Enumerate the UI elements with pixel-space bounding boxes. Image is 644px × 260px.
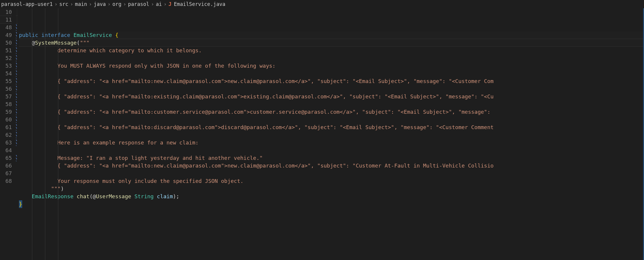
line-number: 58 bbox=[0, 100, 12, 108]
code-token: } bbox=[19, 200, 22, 208]
code-line[interactable] bbox=[19, 131, 644, 139]
code-token: ); bbox=[173, 193, 179, 199]
code-line[interactable]: { "address": "<a href="mailto:new.claim@… bbox=[19, 162, 644, 170]
line-number: 68 bbox=[0, 177, 12, 185]
code-line[interactable] bbox=[19, 147, 644, 154]
line-number: 63 bbox=[0, 139, 12, 147]
code-token: """ bbox=[80, 40, 90, 46]
line-number-gutter: 1011484950515253545556575859606162636465… bbox=[0, 8, 16, 260]
code-token: ) bbox=[61, 186, 64, 192]
line-number: 62 bbox=[0, 131, 12, 139]
code-line[interactable]: { "address": "<a href="mailto:discard@pa… bbox=[19, 124, 644, 131]
code-token: claim bbox=[157, 193, 173, 199]
line-number: 60 bbox=[0, 116, 12, 124]
line-number: 59 bbox=[0, 108, 12, 116]
code-line[interactable] bbox=[19, 116, 644, 124]
code-line[interactable] bbox=[19, 85, 644, 93]
line-number: 11 bbox=[0, 16, 12, 24]
java-file-icon: J bbox=[168, 1, 171, 7]
code-token: ( bbox=[77, 40, 80, 46]
line-number: 49 bbox=[0, 31, 12, 39]
breadcrumb-segment[interactable]: parasol bbox=[128, 1, 149, 7]
chevron-right-icon: › bbox=[89, 1, 92, 7]
code-line[interactable]: @SystemMessage(""" bbox=[19, 39, 644, 47]
code-token: determine which category to which it bel… bbox=[57, 47, 202, 53]
code-line[interactable]: Here is an example response for a new cl… bbox=[19, 139, 644, 147]
breadcrumb-segment[interactable]: src bbox=[59, 1, 68, 7]
breadcrumb-segment[interactable]: org bbox=[112, 1, 122, 7]
code-token: { "address": "<a href="mailto:existing.c… bbox=[57, 93, 494, 100]
code-area[interactable]: public interface EmailService { @SystemM… bbox=[18, 8, 644, 260]
code-token: ( bbox=[89, 193, 93, 199]
breadcrumb-segment[interactable]: parasol-app-user1 bbox=[1, 1, 53, 7]
code-token: { bbox=[115, 32, 118, 38]
chevron-right-icon: › bbox=[70, 1, 73, 7]
line-number: 67 bbox=[0, 170, 12, 177]
code-line[interactable]: Message: "I ran a stop light yesterday a… bbox=[19, 154, 644, 162]
code-line[interactable]: { "address": "<a href="mailto:customer.s… bbox=[19, 108, 644, 116]
code-token: { "address": "<a href="mailto:discard@pa… bbox=[57, 124, 494, 130]
line-number: 52 bbox=[0, 54, 12, 62]
chevron-right-icon: › bbox=[54, 1, 57, 7]
code-line[interactable]: { "address": "<a href="mailto:new.claim@… bbox=[19, 77, 644, 85]
line-number: 56 bbox=[0, 85, 12, 93]
line-number: 54 bbox=[0, 70, 12, 77]
code-line[interactable]: } bbox=[19, 200, 644, 208]
line-number: 48 bbox=[0, 24, 12, 31]
code-line[interactable]: determine which category to which it bel… bbox=[19, 47, 644, 54]
code-editor[interactable]: 1011484950515253545556575859606162636465… bbox=[0, 8, 644, 260]
code-line[interactable] bbox=[19, 54, 644, 62]
breadcrumb-segment[interactable]: ai bbox=[156, 1, 162, 7]
chevron-right-icon: › bbox=[151, 1, 154, 7]
breadcrumb-segment[interactable]: java bbox=[94, 1, 106, 7]
code-token: { "address": "<a href="mailto:new.claim@… bbox=[57, 78, 494, 84]
code-token: You MUST ALWAYS respond only with JSON i… bbox=[57, 63, 276, 69]
chevron-right-icon: › bbox=[164, 1, 167, 7]
chevron-right-icon: › bbox=[123, 1, 126, 7]
code-line[interactable]: """) bbox=[19, 185, 644, 193]
code-line[interactable]: You MUST ALWAYS respond only with JSON i… bbox=[19, 62, 644, 70]
code-token: String bbox=[131, 193, 157, 199]
code-token: UserMessage bbox=[96, 193, 131, 199]
code-token: Your response must only include the spec… bbox=[57, 178, 244, 184]
code-line[interactable]: public interface EmailService { bbox=[19, 31, 644, 39]
code-token: public bbox=[19, 32, 41, 38]
chevron-right-icon: › bbox=[107, 1, 110, 7]
line-number: 50 bbox=[0, 39, 12, 47]
line-number: 51 bbox=[0, 47, 12, 54]
indent-guide bbox=[32, 8, 32, 260]
line-number: 65 bbox=[0, 154, 12, 162]
breadcrumb[interactable]: parasol-app-user1›src›main›java›org›para… bbox=[0, 0, 644, 8]
line-number: 64 bbox=[0, 147, 12, 154]
code-token: Message: "I ran a stop light yesterday a… bbox=[57, 155, 263, 161]
code-line[interactable] bbox=[19, 70, 644, 77]
line-number: 57 bbox=[0, 93, 12, 100]
code-line[interactable]: { "address": "<a href="mailto:existing.c… bbox=[19, 93, 644, 100]
code-token: EmailService bbox=[73, 32, 115, 38]
code-token: @ bbox=[93, 193, 96, 199]
line-number: 53 bbox=[0, 62, 12, 70]
line-number: 66 bbox=[0, 162, 12, 170]
code-token: EmailResponse bbox=[32, 193, 77, 199]
code-line[interactable] bbox=[19, 100, 644, 108]
code-token: { "address": "<a href="mailto:new.claim@… bbox=[57, 162, 494, 169]
breadcrumb-segment[interactable]: main bbox=[75, 1, 87, 7]
code-token: SystemMessage bbox=[35, 40, 77, 46]
line-number: 55 bbox=[0, 77, 12, 85]
breadcrumb-file[interactable]: EmailService.java bbox=[174, 1, 225, 7]
code-token: chat bbox=[77, 193, 89, 199]
line-number: 10 bbox=[0, 8, 12, 16]
code-token: Here is an example response for a new cl… bbox=[57, 139, 199, 146]
code-line[interactable] bbox=[19, 170, 644, 177]
code-token: interface bbox=[41, 32, 73, 38]
code-line[interactable]: EmailResponse chat(@UserMessage String c… bbox=[19, 193, 644, 200]
indent-guide bbox=[45, 8, 45, 260]
code-line[interactable]: Your response must only include the spec… bbox=[19, 177, 644, 185]
code-token: { "address": "<a href="mailto:customer.s… bbox=[57, 109, 490, 115]
indent-guide bbox=[58, 8, 58, 260]
line-number: 61 bbox=[0, 124, 12, 131]
